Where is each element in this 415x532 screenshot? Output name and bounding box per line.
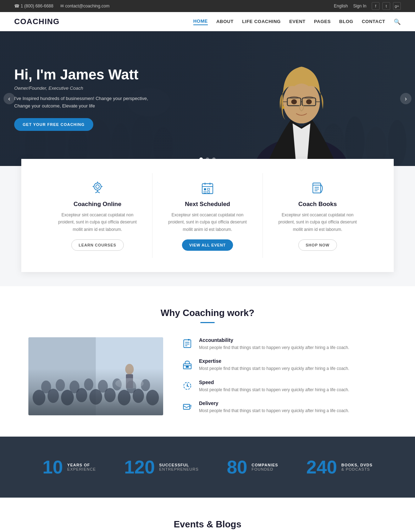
svg-rect-81 [183,404,190,409]
feature-1-desc: Excepteur sint occaecat cupidatat non pr… [53,211,142,233]
svg-point-64 [126,381,136,393]
svg-point-25 [306,99,312,104]
stat-experience-number: 10 [43,458,63,476]
signin-link[interactable]: Sign In [353,4,366,9]
stat-books: 240 BOOKS, DVDS & PODCASTS [306,458,373,476]
feature-3-title: Coach Books [273,201,362,208]
svg-point-60 [70,381,79,393]
stat-entrepreneurs-label: SUCCESSFUL ENTREPRENEURS [159,463,199,471]
nav-life-coaching[interactable]: LIFE COACHING [242,19,281,25]
why-feature-speed: Speed Most people find that things start… [181,379,387,393]
phone-icon: ☎ [14,4,20,9]
feature-next-scheduled: Next Scheduled Excepteur sint occaecat c… [153,173,262,258]
stat-books-label: BOOKS, DVDS & PODCASTS [341,463,372,471]
email-contact[interactable]: ✉ contact@coaching.com [60,4,109,9]
feature-1-button[interactable]: LEARN COURSES [71,239,124,251]
svg-rect-70 [184,340,191,348]
top-bar: ☎ 1 (800) 686-6688 ✉ contact@coaching.co… [0,0,415,12]
svg-point-50 [48,389,59,403]
feature-coach-books: Coach Books Excepteur sint occaecat cupi… [263,173,372,258]
svg-point-27 [94,183,101,190]
nav-home[interactable]: HOME [193,18,208,25]
svg-point-56 [133,389,144,403]
facebook-icon[interactable]: f [372,2,380,10]
svg-point-63 [112,378,122,390]
why-feature-expertise-text: Expertise Most people find that things s… [199,358,349,372]
nav-about[interactable]: ABOUT [216,19,234,25]
svg-point-24 [291,99,297,104]
hero-portrait [245,35,358,166]
email-icon: ✉ [60,4,64,9]
hero-dot-1[interactable] [199,157,203,161]
svg-point-53 [89,389,102,405]
hero-content: Hi, I'm James Watt Owner/Founder, Execut… [0,66,170,131]
why-coaching-section: Why Coaching work? [0,286,415,437]
hero-section: Hi, I'm James Watt Owner/Founder, Execut… [0,31,415,166]
header: COACHING HOME ABOUT LIFE COACHING EVENT … [0,12,415,31]
language-selector[interactable]: English [334,4,348,9]
svg-rect-41 [313,183,321,193]
phone-contact[interactable]: ☎ 1 (800) 686-6688 [14,4,53,9]
why-section-title: Why Coaching work? [28,307,387,318]
svg-point-68 [115,378,144,389]
svg-rect-67 [126,374,133,388]
stat-companies-label: COMPANIES FOUNDED [251,463,278,471]
svg-point-59 [56,379,65,391]
stat-entrepreneurs: 120 SUCCESSFUL ENTREPRENEURS [124,458,199,476]
svg-point-49 [33,390,45,405]
hero-description: I've Inspired hundreds of businessmen! C… [14,95,156,110]
why-feature-accountability-text: Accountability Most people find that thi… [199,337,349,351]
stats-section: 10 YEARS OF EXPERIENCE 120 SUCCESSFUL EN… [0,437,415,498]
next-scheduled-icon [163,180,251,196]
nav-contact[interactable]: CONTACT [362,19,385,25]
events-blogs-section: Events & Blogs [0,498,415,532]
hero-next-arrow[interactable]: › [400,93,411,104]
google-icon[interactable]: g+ [393,2,401,10]
feature-2-button[interactable]: VIEW ALL EVENT [182,239,233,251]
accountability-icon [181,337,194,350]
svg-point-80 [187,385,188,387]
nav-event[interactable]: EVENT [289,19,305,25]
nav-pages[interactable]: PAGES [314,19,331,25]
expertise-icon [181,358,194,371]
logo: COACHING [14,17,60,26]
svg-point-55 [118,390,131,405]
top-bar-right: English Sign In f t g+ [334,2,401,10]
features-section: Coaching Online Excepteur sint occaecat … [21,159,394,272]
stat-experience-label: YEARS OF EXPERIENCE [67,463,96,471]
why-features-list: Accountability Most people find that thi… [181,337,387,414]
svg-rect-39 [204,191,206,193]
hero-dots [199,157,216,161]
feature-1-title: Coaching Online [53,201,142,208]
svg-point-65 [141,379,150,391]
feature-2-desc: Excepteur sint occaecat cupidatat non pr… [163,211,251,233]
feature-3-button[interactable]: SHOP NOW [298,239,337,251]
why-feature-delivery-text: Delivery Most people find that things st… [199,400,349,414]
stat-entrepreneurs-number: 120 [124,458,155,476]
nav-blog[interactable]: BLOG [339,19,353,25]
svg-point-58 [41,381,51,393]
social-icons: f t g+ [372,2,401,10]
why-feature-accountability: Accountability Most people find that thi… [181,337,387,351]
svg-point-57 [146,390,159,405]
twitter-icon[interactable]: t [382,2,390,10]
hero-dot-3[interactable] [212,157,216,161]
search-icon[interactable]: 🔍 [394,18,401,25]
hero-dot-2[interactable] [206,157,209,161]
stat-books-number: 240 [306,458,337,476]
svg-point-62 [98,380,108,393]
hero-prev-arrow[interactable]: ‹ [4,93,15,104]
feature-2-title: Next Scheduled [163,201,251,208]
stat-companies-number: 80 [227,458,247,476]
nav: HOME ABOUT LIFE COACHING EVENT PAGES BLO… [193,18,401,25]
why-feature-delivery: Delivery Most people find that things st… [181,400,387,414]
hero-cta-button[interactable]: GET YOUR FREE COACHING [14,118,93,131]
feature-coaching-online: Coaching Online Excepteur sint occaecat … [43,173,153,258]
events-section-title: Events & Blogs [28,519,387,530]
svg-rect-38 [208,188,210,190]
svg-point-28 [96,185,99,188]
why-feature-speed-text: Speed Most people find that things start… [199,379,349,393]
coach-books-icon [273,180,362,196]
section-divider [200,322,215,323]
speed-icon [181,379,194,392]
